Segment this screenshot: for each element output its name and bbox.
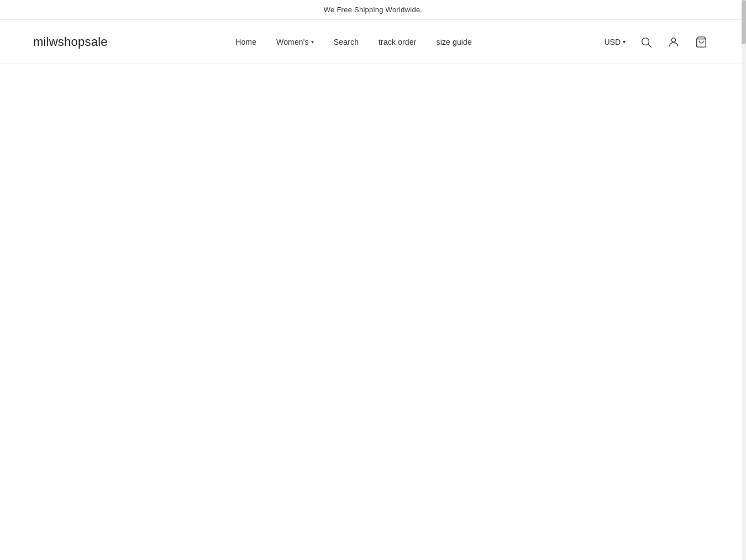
svg-point-0 [642, 38, 649, 45]
site-logo[interactable]: milwshopsale [33, 35, 108, 49]
nav-item-womens[interactable]: Women's ▾ [276, 38, 314, 46]
announcement-text: We Free Shipping Worldwide. [324, 6, 423, 14]
svg-line-1 [648, 44, 651, 47]
nav-item-track-order[interactable]: track order [379, 38, 416, 46]
site-header: milwshopsale Home Women's ▾ Search track… [0, 20, 746, 64]
main-content [0, 64, 746, 560]
nav-item-size-guide[interactable]: size guide [437, 38, 472, 46]
scrollbar-thumb[interactable] [742, 0, 746, 44]
womens-dropdown-icon: ▾ [311, 39, 314, 45]
account-icon [668, 36, 680, 48]
nav-item-home[interactable]: Home [235, 38, 256, 46]
currency-chevron-icon: ▾ [623, 39, 626, 45]
search-button[interactable] [634, 30, 658, 54]
search-icon [640, 36, 652, 48]
announcement-bar: We Free Shipping Worldwide. [0, 0, 746, 20]
svg-point-2 [671, 38, 675, 41]
account-button[interactable] [662, 30, 685, 54]
scrollbar-track[interactable] [742, 0, 746, 560]
cart-button[interactable] [690, 30, 713, 54]
cart-icon [695, 36, 707, 48]
header-actions: USD ▾ [600, 30, 713, 54]
main-nav: Home Women's ▾ Search track order size g… [108, 38, 600, 46]
nav-item-search[interactable]: Search [334, 38, 359, 46]
currency-selector[interactable]: USD ▾ [600, 35, 630, 49]
currency-value: USD [604, 38, 621, 46]
